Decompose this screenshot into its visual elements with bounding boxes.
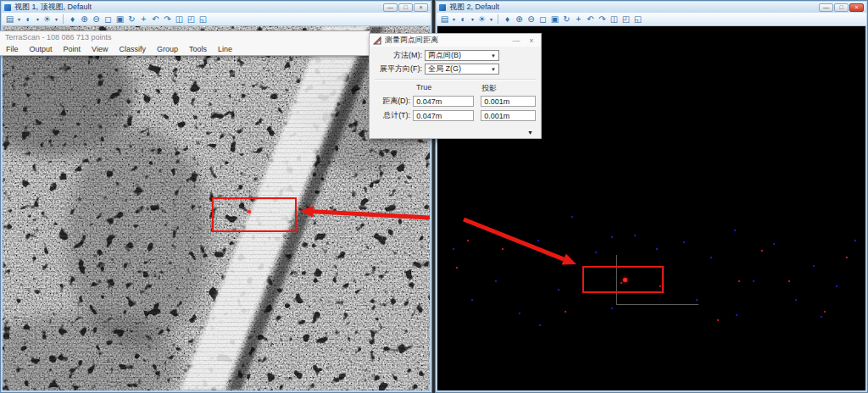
view2-toolbar: ▤▾◐▾☀▾♦⊕⊖◻▣↻+↶↷◫◰◱ [437,13,866,26]
dialog-titlebar: 测量两点间距离 — × [370,34,541,47]
view-previous-icon[interactable]: ↶ [585,14,596,25]
menu-classify[interactable]: Classify [119,45,146,53]
minimize-button[interactable]: — [819,3,833,12]
lidar-point-red [565,311,566,313]
clip-mask-icon[interactable]: ◱ [198,14,209,25]
menu-file[interactable]: File [6,45,19,53]
dialog-close-button[interactable]: × [526,36,537,45]
fit-view-icon[interactable]: ▣ [549,14,560,25]
view1-toolbar: ▤▾◐▾☀▾♦⊕⊖◻▣↻+↶↷◫◰◱ [2,13,431,26]
measure-row-label: 距离(D): [375,96,410,107]
view-brightness-icon-dropdown[interactable]: ▾ [488,16,494,22]
pan-view-icon[interactable]: + [138,14,149,25]
copy-view-icon[interactable]: ◫ [174,14,185,25]
dialog-separator [375,79,536,80]
measure-row-1: 总计(T):0.047m0.001m [375,110,536,121]
zoom-in-icon[interactable]: ⊕ [514,14,525,25]
lidar-point-red [846,257,848,258]
menu-point[interactable]: Point [64,45,81,53]
clip-volume-icon[interactable]: ◰ [186,14,197,25]
view-brightness-icon-dropdown[interactable]: ▾ [53,16,59,22]
marker-icon[interactable]: ♦ [67,14,78,25]
close-button[interactable]: × [849,3,864,12]
view-display-mode-icon[interactable]: ▤ [439,14,450,25]
view-brightness-icon[interactable]: ☀ [42,14,53,25]
marker-icon[interactable]: ♦ [502,14,513,25]
lidar-point-red [788,280,790,282]
close-button[interactable]: × [414,3,428,12]
lidar-point-blue [519,313,520,314]
fit-view-icon[interactable]: ▣ [114,14,125,25]
window-area-icon[interactable]: ◻ [103,14,114,25]
view2-title: 视图 2, Default [449,2,499,13]
view-display-mode-icon-dropdown[interactable]: ▾ [451,16,457,22]
menu-tools[interactable]: Tools [189,45,207,53]
lidar-point-red [761,250,763,252]
lidar-point-blue [611,236,613,238]
window-area-icon[interactable]: ◻ [537,14,548,25]
dialog-expand-button[interactable]: ▼ [527,130,533,136]
clip-mask-icon[interactable]: ◱ [632,14,643,25]
measure-row-0: 距离(D):0.047m0.001m [375,96,536,107]
view-adjust-icon[interactable]: ◐ [458,14,469,25]
menu-view[interactable]: View [92,45,108,53]
view-next-icon[interactable]: ↷ [162,14,173,25]
measure-point-marker [248,210,251,213]
rotate-view-icon[interactable]: ↻ [126,14,137,25]
method-value: 两点间(B) [428,50,491,61]
dialog-minimize-button[interactable]: — [510,36,522,45]
zoom-out-icon[interactable]: ⊖ [91,14,102,25]
minimize-button[interactable]: — [383,3,398,12]
measure-tool-icon [373,36,381,45]
lidar-point-blue [571,216,573,218]
restore-button[interactable]: □ [834,3,849,12]
lidar-point-blue [537,240,539,241]
view-adjust-icon-dropdown[interactable]: ▾ [35,16,41,22]
view-next-icon[interactable]: ↷ [597,14,608,25]
toolbar-separator [498,14,498,24]
lidar-point-blue [696,299,698,301]
lidar-point-blue [734,230,736,231]
measure-point-marker [623,278,627,282]
rotate-view-icon[interactable]: ↻ [561,14,572,25]
view1-content[interactable] [3,26,430,390]
view-previous-icon[interactable]: ↶ [150,14,161,25]
lidar-point-red [456,267,458,268]
lidar-point-blue [539,324,541,326]
menu-output[interactable]: Output [30,45,53,53]
view-display-mode-icon[interactable]: ▤ [4,14,15,25]
clip-volume-icon[interactable]: ◰ [620,14,632,25]
terrascan-window: TerraScan - 108 086 713 points FileOutpu… [0,30,370,56]
view-display-mode-icon-dropdown[interactable]: ▾ [16,16,22,22]
dialog-title: 测量两点间距离 [385,35,507,46]
restore-button[interactable]: □ [398,3,413,12]
lidar-point-red [467,240,469,241]
lidar-point-blue [595,252,597,253]
true-value-field[interactable]: 0.047m [413,96,474,107]
view-window-1: 视图 1, 顶视图, Default — □ × ▤▾◐▾☀▾♦⊕⊖◻▣↻+↶↷… [0,0,432,393]
pan-view-icon[interactable]: + [573,14,584,25]
flatten-direction-value: 全局 Z(G) [428,64,491,75]
view-adjust-icon-dropdown[interactable]: ▾ [470,16,476,22]
flatten-direction-select[interactable]: 全局 Z(G) ▼ [425,64,499,75]
terrascan-menubar: FileOutputPointViewClassifyGroupToolsLin… [0,43,370,55]
true-value-field[interactable]: 0.047m [413,110,474,121]
view1-titlebar: 视图 1, 顶视图, Default — □ × [2,2,431,13]
copy-view-icon[interactable]: ◫ [609,14,620,25]
lidar-point-blue [736,314,737,316]
zoom-in-icon[interactable]: ⊕ [79,14,90,25]
menu-line[interactable]: Line [218,45,232,53]
view-brightness-icon[interactable]: ☀ [476,14,487,25]
method-select[interactable]: 两点间(B) ▼ [425,50,499,61]
lidar-point-blue [495,280,497,282]
projection-value-field[interactable]: 0.001m [481,96,536,107]
measure-distance-dialog: 测量两点间距离 — × 方法(M): 两点间(B) ▼ 展平方向(F): 全局 … [369,33,542,139]
lidar-point-red [824,311,826,313]
menu-group[interactable]: Group [157,45,178,53]
lidar-point-blue [813,265,815,267]
view-adjust-icon[interactable]: ◐ [23,14,34,25]
zoom-out-icon[interactable]: ⊖ [526,14,537,25]
projection-value-field[interactable]: 0.001m [481,110,536,121]
method-label: 方法(M): [375,50,422,61]
crosshair-horizontal-line [616,304,698,305]
